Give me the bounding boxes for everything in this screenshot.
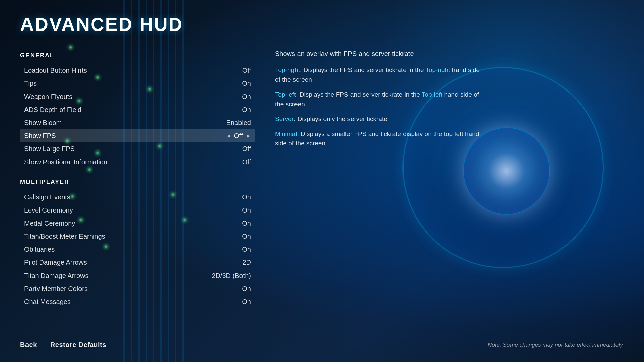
section-header-general: GENERAL <box>20 52 255 61</box>
restore-defaults-button[interactable]: Restore Defaults <box>50 341 106 349</box>
setting-pilot-damage-arrows[interactable]: Pilot Damage Arrows 2D <box>20 256 255 269</box>
label-chat-messages: Chat Messages <box>24 298 71 306</box>
value-level-ceremony: On <box>242 206 251 214</box>
desc-option-top-left: Top-left: Displays the FPS and server ti… <box>275 90 483 109</box>
setting-titan-boost-meter-earnings[interactable]: Titan/Boost Meter Earnings On <box>20 230 255 243</box>
description-main: Shows an overlay with FPS and server tic… <box>275 49 483 59</box>
value-show-large-fps: Off <box>242 145 251 153</box>
arrow-right-icon[interactable]: ► <box>246 133 251 139</box>
description-panel: Shows an overlay with FPS and server tic… <box>275 45 483 338</box>
value-tips: On <box>242 80 251 87</box>
setting-medal-ceremony[interactable]: Medal Ceremony On <box>20 217 255 230</box>
arrow-left-icon[interactable]: ◄ <box>226 133 231 139</box>
page-title: ADVANCED HUD <box>20 13 624 35</box>
setting-callsign-events[interactable]: Callsign Events On <box>20 191 255 204</box>
label-show-fps: Show FPS <box>24 132 56 140</box>
value-pilot-damage-arrows: 2D <box>242 259 251 266</box>
value-weapon-flyouts: On <box>242 93 251 101</box>
label-titan-boost-meter-earnings: Titan/Boost Meter Earnings <box>24 233 105 240</box>
value-party-member-colors: On <box>242 285 251 293</box>
section-header-multiplayer: MULTIPLAYER <box>20 179 255 188</box>
setting-tips[interactable]: Tips On <box>20 77 255 90</box>
setting-chat-messages[interactable]: Chat Messages On <box>20 295 255 308</box>
setting-party-member-colors[interactable]: Party Member Colors On <box>20 282 255 295</box>
setting-loadout-button-hints[interactable]: Loadout Button Hints Off <box>20 64 255 77</box>
label-obituaries: Obituaries <box>24 246 55 253</box>
value-show-fps: ◄ Off ► <box>226 132 251 140</box>
label-ads-depth-of-field: ADS Depth of Field <box>24 106 82 114</box>
label-loadout-button-hints: Loadout Button Hints <box>24 67 87 74</box>
label-tips: Tips <box>24 80 37 87</box>
label-medal-ceremony: Medal Ceremony <box>24 220 75 227</box>
back-button[interactable]: Back <box>20 341 37 349</box>
value-callsign-events: On <box>242 193 251 201</box>
desc-option-top-right: Top-right: Displays the FPS and server t… <box>275 65 483 84</box>
desc-key-minimal: Minimal <box>275 130 297 137</box>
value-obituaries: On <box>242 246 251 253</box>
setting-titan-damage-arrows[interactable]: Titan Damage Arrows 2D/3D (Both) <box>20 269 255 282</box>
value-titan-damage-arrows: 2D/3D (Both) <box>212 272 251 280</box>
bottom-bar: Back Restore Defaults Note: Some changes… <box>20 341 624 349</box>
desc-option-server: Server: Displays only the server tickrat… <box>275 114 483 124</box>
desc-key-top-left-2: Top-left <box>422 91 442 98</box>
label-show-large-fps: Show Large FPS <box>24 145 75 153</box>
desc-option-minimal: Minimal: Displays a smaller FPS and tick… <box>275 129 483 148</box>
bottom-buttons: Back Restore Defaults <box>20 341 106 349</box>
general-settings-list: Loadout Button Hints Off Tips On Weapon … <box>20 64 255 169</box>
value-loadout-button-hints: Off <box>242 67 251 74</box>
label-party-member-colors: Party Member Colors <box>24 285 88 293</box>
label-weapon-flyouts: Weapon Flyouts <box>24 93 72 101</box>
setting-obituaries[interactable]: Obituaries On <box>20 243 255 256</box>
label-show-positional-information: Show Positional Information <box>24 158 107 166</box>
value-medal-ceremony: On <box>242 220 251 227</box>
label-titan-damage-arrows: Titan Damage Arrows <box>24 272 89 280</box>
settings-panel: GENERAL Loadout Button Hints Off Tips On… <box>20 45 255 338</box>
bottom-note: Note: Some changes may not take effect i… <box>488 342 624 348</box>
value-show-positional-information: Off <box>242 158 251 166</box>
setting-ads-depth-of-field[interactable]: ADS Depth of Field On <box>20 103 255 116</box>
value-show-bloom: Enabled <box>226 119 251 127</box>
multiplayer-settings-list: Callsign Events On Level Ceremony On Med… <box>20 191 255 308</box>
value-ads-depth-of-field: On <box>242 106 251 114</box>
desc-key-server: Server <box>275 115 294 122</box>
setting-show-fps[interactable]: Show FPS ◄ Off ► <box>20 129 255 142</box>
desc-key-top-right-2: Top-right <box>425 66 450 73</box>
label-pilot-damage-arrows: Pilot Damage Arrows <box>24 259 87 266</box>
setting-show-large-fps[interactable]: Show Large FPS Off <box>20 142 255 156</box>
setting-weapon-flyouts[interactable]: Weapon Flyouts On <box>20 90 255 103</box>
content-row: GENERAL Loadout Button Hints Off Tips On… <box>20 45 624 338</box>
main-content: ADVANCED HUD GENERAL Loadout Button Hint… <box>0 0 644 362</box>
label-show-bloom: Show Bloom <box>24 119 62 127</box>
value-chat-messages: On <box>242 298 251 306</box>
desc-key-top-right: Top-right <box>275 66 300 73</box>
setting-level-ceremony[interactable]: Level Ceremony On <box>20 204 255 217</box>
label-callsign-events: Callsign Events <box>24 193 70 201</box>
desc-key-top-left: Top-left <box>275 91 296 98</box>
value-titan-boost-meter-earnings: On <box>242 233 251 240</box>
setting-show-bloom[interactable]: Show Bloom Enabled <box>20 116 255 129</box>
setting-show-positional-information[interactable]: Show Positional Information Off <box>20 156 255 169</box>
label-level-ceremony: Level Ceremony <box>24 206 73 214</box>
